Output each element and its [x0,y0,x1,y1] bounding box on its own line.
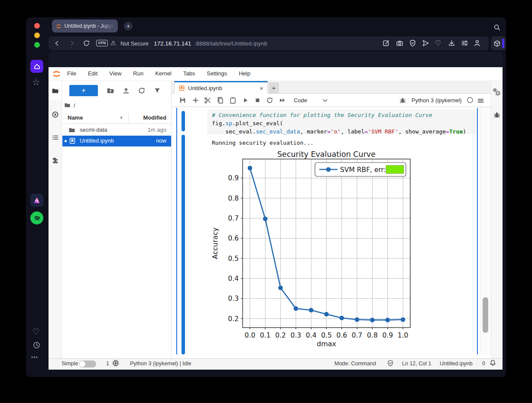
kernel-status-icon[interactable] [467,97,474,105]
new-launcher-button[interactable]: + [69,85,98,96]
history-icon[interactable] [32,341,41,351]
column-modified[interactable]: Modified [143,114,166,121]
filebrowser-tab-active[interactable] [49,81,62,101]
breadcrumb[interactable]: / [74,102,75,109]
download-icon[interactable] [448,39,455,49]
folder-icon [68,127,75,133]
kernel-chip-icon[interactable] [112,360,119,368]
file-row-notebook-selected[interactable]: Untitled.ipynb now [62,136,171,146]
sort-ascending-icon[interactable]: ▲ [120,115,123,119]
upload-icon[interactable] [122,87,130,96]
heart-icon[interactable]: ♡ [435,39,441,47]
restart-kernel-icon[interactable] [266,97,273,106]
security-evaluation-chart: 0.00.10.20.30.40.50.60.70.80.91.00.20.30… [209,146,456,354]
save-icon[interactable] [179,97,186,106]
sidebar-home-button[interactable] [30,60,43,73]
sidebar-app-shortcut[interactable] [30,194,43,207]
zoom-window-button[interactable] [34,42,40,48]
stop-kernel-icon[interactable] [254,97,261,106]
file-modified: 1m ago [148,127,166,133]
profile-icon[interactable] [474,39,481,49]
send-icon[interactable] [422,39,429,49]
browser-tab[interactable]: Untitled.ipynb - JupyterL [52,20,118,32]
heart-sidebar-icon[interactable]: ♡ [32,327,40,337]
status-filename[interactable]: Untitled.ipynb [440,361,473,367]
forward-icon[interactable] [68,40,75,49]
cell-type-value: Code [294,97,307,104]
notebook-focus-border-right [477,108,478,354]
copy-cells-icon[interactable] [217,97,224,106]
reload-icon[interactable] [83,39,90,49]
refresh-icon[interactable] [138,87,146,96]
more-options-icon[interactable]: ••• [31,354,38,361]
filter-icon[interactable] [154,87,161,96]
notebook-tab-active[interactable]: Untitled.ipynb × [174,81,268,94]
menu-help[interactable]: Help [239,70,250,77]
new-browser-tab-button[interactable]: + [124,22,133,30]
kernel-name[interactable]: Python 3 (ipykernel) [412,97,462,104]
svg-text:0.8: 0.8 [228,195,239,202]
svg-text:SVM RBF, err:: SVM RBF, err: [340,166,386,174]
code-cell-content[interactable]: # Convenience function for plotting the … [212,111,466,136]
minimize-window-button[interactable] [34,32,40,38]
new-folder-icon[interactable] [107,87,114,96]
star-icon[interactable]: ☆ [32,77,40,88]
vpn-badge[interactable]: VPN [96,40,108,46]
breadcrumb-folder-icon[interactable] [64,102,71,110]
url-host[interactable]: 172.16.71.141 [154,40,191,47]
cell-type-dropdown[interactable]: Code [294,97,328,104]
compose-icon[interactable] [383,39,390,49]
cube-icon[interactable] [493,40,501,49]
svg-text:1.0: 1.0 [398,332,409,339]
svg-text:0.0: 0.0 [245,332,256,339]
column-name[interactable]: Name [68,114,83,121]
output-collapser[interactable] [182,135,185,354]
command-mode-label[interactable]: Mode: Command [334,361,376,367]
running-sessions-tab[interactable] [52,111,59,120]
kernel-count[interactable]: 1 [106,361,109,367]
toolbar-menu-icon[interactable] [477,97,484,106]
notification-count[interactable]: 0 [482,361,485,367]
debugger-tab[interactable] [493,111,501,120]
close-icon[interactable]: × [260,84,263,92]
new-notebook-tab-button[interactable]: + [269,82,279,93]
run-cell-icon[interactable] [242,97,249,106]
trust-shield-icon[interactable] [387,360,394,368]
kernel-status-label[interactable]: Python 3 (ipykernel) | Idle [130,361,191,367]
paste-cells-icon[interactable] [229,97,237,106]
extensions-pill[interactable] [491,36,506,50]
notebook-scrollbar-thumb[interactable] [483,297,488,333]
cell-collapser[interactable] [182,111,185,131]
url-bar[interactable]: VPN ⚠ Not Secure 172.16.71.141 :8888/lab… [49,36,489,50]
sidebar-spotify-shortcut[interactable] [30,211,43,224]
restart-run-all-icon[interactable] [279,97,286,106]
home-icon [33,63,41,70]
file-list-header[interactable]: Name ▲ Modified [62,113,171,124]
search-icon[interactable] [493,24,501,33]
bell-icon[interactable] [489,359,496,368]
menu-settings[interactable]: Settings [207,70,227,77]
url-path[interactable]: :8888/lab/tree/Untitled.ipynb [195,40,267,47]
cut-cells-icon[interactable] [204,97,211,106]
file-name: Untitled.ipynb [80,137,114,144]
menu-kernel[interactable]: Kernel [155,70,172,77]
close-window-button[interactable] [34,23,40,29]
cursor-position[interactable]: Ln 12, Col 1 [402,361,431,367]
file-row-folder[interactable]: secml-data 1m ago [62,124,171,135]
property-inspector-tab[interactable] [493,88,501,98]
table-of-contents-tab[interactable] [52,134,59,143]
add-cell-icon[interactable] [192,97,199,106]
menu-edit[interactable]: Edit [88,70,97,77]
menu-view[interactable]: View [109,70,121,77]
menu-file[interactable]: File [67,70,76,77]
camera-icon[interactable] [396,39,403,49]
menu-run[interactable]: Run [133,70,143,77]
shield-check-icon[interactable] [409,39,416,49]
sliders-icon[interactable] [461,39,468,49]
left-activity-bar [49,81,62,358]
menu-tabs[interactable]: Tabs [183,70,195,77]
debugger-bug-icon[interactable] [399,97,406,106]
extension-manager-tab[interactable] [52,157,59,166]
simple-mode-toggle[interactable] [79,361,96,367]
back-icon[interactable] [54,40,61,49]
